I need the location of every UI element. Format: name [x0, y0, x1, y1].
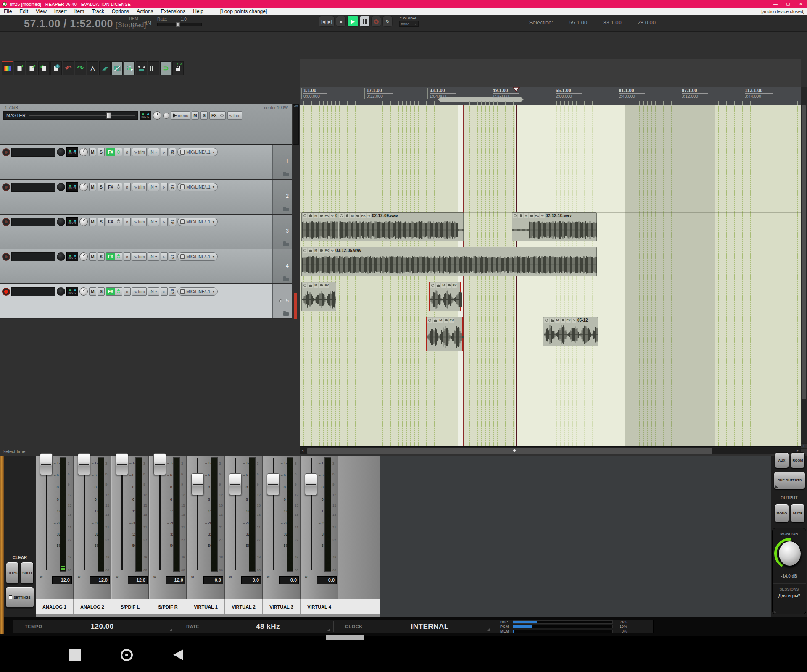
channel-gain-value[interactable]: 12.0: [52, 576, 72, 584]
item-notes-icon[interactable]: [561, 318, 565, 323]
toolbar-open-project-button[interactable]: ↗: [26, 61, 37, 75]
track-input-fx-button[interactable]: INFX: [169, 183, 176, 191]
arrange-item[interactable]: MFX∿05-12: [543, 317, 598, 346]
record-arm-button[interactable]: [2, 218, 10, 226]
clear-clips-button[interactable]: CLIPS: [6, 562, 19, 584]
item-fx-icon[interactable]: FX: [324, 283, 329, 288]
track-trim-button[interactable]: ∿trim: [132, 183, 147, 191]
toolbar-metronome-button[interactable]: △: [87, 61, 98, 75]
item-lock-icon[interactable]: [518, 213, 523, 218]
channel-label[interactable]: ANALOG 1: [36, 599, 74, 614]
menu-actions[interactable]: Actions: [133, 8, 157, 14]
track-route-button[interactable]: ROUTE: [66, 182, 78, 192]
toolbar-save-project-button[interactable]: ↙: [38, 61, 50, 75]
arrange-view[interactable]: MFX∿02-1MFX∿02-12-09.wavMFX∿02-12-10.wav…: [300, 105, 801, 446]
toolbar-redo-button[interactable]: ↷: [75, 61, 86, 75]
item-notes-icon[interactable]: [319, 283, 324, 288]
item-fx-icon[interactable]: FX: [566, 318, 571, 323]
item-lock-icon[interactable]: [550, 318, 554, 323]
item-fx-icon[interactable]: FX: [452, 283, 457, 288]
toolbar-snap-toggle-button[interactable]: [111, 61, 123, 75]
time-signature[interactable]: 4/4: [144, 20, 152, 26]
menu-help[interactable]: Help: [189, 8, 207, 14]
track-trim-button[interactable]: ∿trim: [132, 148, 147, 156]
item-envelope-icon[interactable]: ∿: [572, 318, 576, 323]
channel-fader[interactable]: [40, 453, 53, 475]
track-trim-button[interactable]: ∿trim: [132, 218, 147, 226]
item-volume-knob-icon[interactable]: [339, 213, 344, 218]
track-mute-button[interactable]: M: [89, 183, 96, 191]
track-trim-button[interactable]: ∿trim: [132, 252, 147, 261]
room-button[interactable]: ROOM: [791, 452, 805, 468]
item-envelope-icon[interactable]: ∿: [367, 213, 371, 218]
track-input-button[interactable]: IN▼: [148, 252, 159, 261]
menu-insert[interactable]: Insert: [50, 8, 71, 14]
track-pan-knob[interactable]: [79, 218, 88, 226]
item-envelope-icon[interactable]: ∿: [330, 213, 335, 218]
channel-label[interactable]: ANALOG 2: [74, 599, 111, 614]
item-volume-knob-icon[interactable]: [513, 213, 517, 218]
menu-item[interactable]: Item: [71, 8, 88, 14]
item-volume-knob-icon[interactable]: [303, 283, 307, 288]
back-icon[interactable]: [173, 649, 183, 660]
channel-label[interactable]: S/PDIF L: [111, 599, 149, 614]
item-mute-icon[interactable]: M: [314, 283, 318, 288]
item-mute-icon[interactable]: M: [350, 213, 355, 218]
track-fx-button[interactable]: FX: [106, 252, 122, 261]
toolbar-new-project-button[interactable]: *: [14, 61, 25, 75]
track-io-button[interactable]: MIC/LINE/..1▼: [177, 218, 218, 226]
fx-power-icon[interactable]: [115, 218, 122, 226]
track-phase-button[interactable]: ø: [124, 183, 131, 191]
menu-options[interactable]: Options: [108, 8, 133, 14]
item-notes-icon[interactable]: [444, 318, 448, 323]
track-panel-1[interactable]: ROUTEMSFXø∿trimIN▼▹INFXMIC/LINE/..1▼1: [0, 145, 292, 180]
selection-start[interactable]: 55.1.00: [569, 19, 587, 26]
item-volume-knob-icon[interactable]: [430, 283, 435, 288]
track-pan-knob[interactable]: [79, 148, 88, 156]
record-button[interactable]: [371, 16, 381, 27]
close-icon[interactable]: ✕: [794, 0, 807, 8]
track-pan-knob[interactable]: [79, 183, 88, 191]
tempo-value[interactable]: 120.00: [91, 622, 114, 631]
menu-view[interactable]: View: [32, 8, 50, 14]
item-lock-icon[interactable]: [308, 248, 313, 253]
fx-power-icon[interactable]: [115, 288, 122, 295]
track-input-button[interactable]: IN▼: [148, 287, 159, 296]
track-panel-4[interactable]: ROUTEMSFXø∿trimIN▼▹INFXMIC/LINE/..1▼4: [0, 249, 292, 284]
master-width-knob[interactable]: [163, 113, 169, 119]
track-input-fx-button[interactable]: INFX: [169, 148, 176, 156]
channel-label[interactable]: VIRTUAL 3: [263, 599, 301, 614]
track-volume-knob[interactable]: [57, 218, 65, 226]
track-name-input[interactable]: [11, 287, 55, 296]
mute-button[interactable]: MUTE: [791, 504, 805, 522]
track-monitor-button[interactable]: ▹: [161, 287, 168, 296]
channel-fader[interactable]: [191, 473, 204, 495]
track-solo-button[interactable]: S: [98, 183, 105, 191]
rate-slider-handle[interactable]: [176, 22, 180, 27]
item-envelope-icon[interactable]: ∿: [540, 213, 545, 218]
clear-solo-button[interactable]: SOLO: [21, 562, 34, 584]
fx-power-icon[interactable]: [115, 183, 122, 191]
track-solo-button[interactable]: S: [98, 287, 105, 296]
item-fx-icon[interactable]: FX: [361, 213, 366, 218]
master-route-button[interactable]: ROUTE: [140, 111, 151, 120]
track-io-button[interactable]: MIC/LINE/..1▼: [177, 183, 218, 191]
track-name-input[interactable]: [11, 183, 55, 192]
track-monitor-button[interactable]: ▹: [161, 148, 168, 156]
item-envelope-icon[interactable]: ∿: [330, 248, 335, 253]
master-solo-button[interactable]: S: [200, 111, 208, 120]
channel-fader[interactable]: [116, 453, 128, 475]
track-volume-knob[interactable]: [57, 148, 65, 156]
item-notes-icon[interactable]: [529, 213, 534, 218]
track-fx-button[interactable]: FX: [106, 218, 122, 226]
folder-icon[interactable]: [283, 312, 289, 316]
folder-icon[interactable]: [283, 173, 289, 176]
track-fx-button[interactable]: FX: [106, 183, 122, 191]
record-arm-button[interactable]: [2, 148, 10, 156]
track-io-button[interactable]: MIC/LINE/..1▼: [177, 148, 218, 156]
item-fx-icon[interactable]: FX: [449, 318, 454, 323]
channel-label[interactable]: VIRTUAL 4: [301, 599, 338, 614]
track-pan-knob[interactable]: [79, 287, 88, 296]
channel-fader[interactable]: [78, 453, 90, 475]
global-automation-mode[interactable]: none▼: [399, 21, 419, 27]
